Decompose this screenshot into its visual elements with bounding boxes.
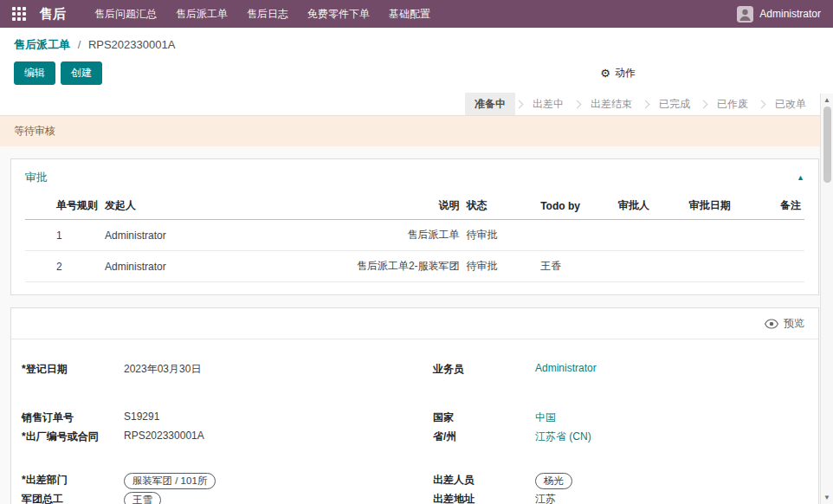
col-status: 状态 xyxy=(463,192,538,220)
col-initiator: 发起人 xyxy=(101,192,301,220)
action-menu[interactable]: ⚙ 动作 xyxy=(600,66,636,81)
content-area: 等待审核 审批 ▲ 单号规则 发起人 说明 状态 Todo by 审批人 审批日… xyxy=(0,116,833,504)
status-amended[interactable]: 已改单 xyxy=(765,93,816,115)
table-row[interactable]: 2 Administrator 售后派工单2-服装军团 待审批 王香 xyxy=(25,251,804,282)
cell-description: 售后派工单 xyxy=(301,220,463,251)
menu-service-log[interactable]: 售后日志 xyxy=(237,0,298,28)
record-form: *登记日期 2023年03月30日 销售订单号 S19291 *出厂编号或合同 … xyxy=(11,339,818,504)
chevron-right-icon xyxy=(758,100,766,108)
field-value: 2023年03月30日 xyxy=(124,362,201,377)
field-label: *登记日期 xyxy=(22,362,124,377)
top-navbar: 售后 售后问题汇总 售后派工单 售后日志 免费零件下单 基础配置 Adminis… xyxy=(0,0,833,28)
cell-status: 待审批 xyxy=(463,220,538,251)
status-on-trip[interactable]: 出差中 xyxy=(523,93,573,115)
status-preparing[interactable]: 准备中 xyxy=(465,93,515,115)
field-label: 业务员 xyxy=(433,362,535,377)
cell-initiator: Administrator xyxy=(101,220,301,251)
chevron-right-icon xyxy=(642,100,650,108)
field-trip-department: *出差部门 服装军团 / 101所 xyxy=(22,473,393,491)
field-label: *出厂编号或合同 xyxy=(22,430,124,444)
field-label: *出差部门 xyxy=(22,473,124,488)
traveler-tag[interactable]: 杨光 xyxy=(535,473,572,489)
field-value: S19291 xyxy=(124,410,159,423)
form-card: 预览 *登记日期 2023年03月30日 销售订单号 S19291 *出厂编号或… xyxy=(10,307,819,504)
status-cancelled[interactable]: 已作废 xyxy=(707,93,758,115)
col-seq-rule: 单号规则 xyxy=(25,192,101,220)
menu-base-config[interactable]: 基础配置 xyxy=(379,0,440,28)
table-row[interactable]: 1 Administrator 售后派工单 待审批 xyxy=(25,220,804,251)
cell-approve-date xyxy=(686,220,764,251)
col-approve-date: 审批日期 xyxy=(686,192,764,220)
app-name[interactable]: 售后 xyxy=(40,6,66,23)
cell-status: 待审批 xyxy=(463,251,538,282)
menu-dispatch-order[interactable]: 售后派工单 xyxy=(166,0,237,28)
scrollbar-thumb[interactable] xyxy=(823,107,831,183)
cell-todo-by: 王香 xyxy=(537,251,615,282)
cell-initiator: Administrator xyxy=(101,251,301,282)
status-trip-ended[interactable]: 出差结束 xyxy=(581,93,642,115)
cell-approver xyxy=(615,220,686,251)
chevron-right-icon xyxy=(515,100,524,108)
field-label: 省/州 xyxy=(433,430,535,444)
field-sale-order-no: 销售订单号 S19291 xyxy=(22,410,393,429)
col-approver: 审批人 xyxy=(615,192,686,220)
field-trip-personnel: 出差人员 杨光 xyxy=(433,473,804,491)
form-left-column: *登记日期 2023年03月30日 销售订单号 S19291 *出厂编号或合同 … xyxy=(22,362,393,504)
table-header-row: 单号规则 发起人 说明 状态 Todo by 审批人 审批日期 备注 xyxy=(25,192,804,220)
field-country: 国家 中国 xyxy=(433,410,804,429)
col-note: 备注 xyxy=(764,192,804,220)
field-trip-address: 出差地址 江苏 xyxy=(433,492,804,504)
field-label: 出差地址 xyxy=(433,492,535,504)
cell-approver xyxy=(615,251,686,282)
field-state: 省/州 江苏省 (CN) xyxy=(433,430,804,448)
field-value: RPS202330001A xyxy=(124,430,204,442)
scroll-up-arrow[interactable]: ▲ xyxy=(823,94,830,107)
menu-issue-summary[interactable]: 售后问题汇总 xyxy=(85,0,166,28)
cell-approve-date xyxy=(686,251,764,282)
control-panel: 编辑 创建 ⚙ 动作 xyxy=(0,55,833,93)
action-menu-label: 动作 xyxy=(615,66,636,81)
pending-approval-banner: 等待审核 xyxy=(0,116,833,146)
department-tag[interactable]: 服装军团 / 101所 xyxy=(124,473,216,489)
approval-table: 单号规则 发起人 说明 状态 Todo by 审批人 审批日期 备注 1 Adm… xyxy=(25,192,804,282)
chevron-right-icon xyxy=(573,100,582,108)
field-label: 出差人员 xyxy=(433,473,535,488)
scroll-down-arrow[interactable]: ▼ xyxy=(823,491,830,504)
status-completed[interactable]: 已完成 xyxy=(649,93,700,115)
form-right-column: 业务员 Administrator 国家 中国 省/州 江苏省 (CN) 出差人… xyxy=(433,362,804,504)
field-registration-date: *登记日期 2023年03月30日 xyxy=(22,362,393,380)
menu-free-parts-order[interactable]: 免费零件下单 xyxy=(298,0,379,28)
col-todo-by: Todo by xyxy=(537,192,615,220)
field-label: 销售订单号 xyxy=(22,410,124,425)
cell-note xyxy=(764,251,804,282)
col-description: 说明 xyxy=(301,192,463,220)
gear-icon: ⚙ xyxy=(600,67,610,80)
breadcrumb-separator: / xyxy=(78,38,81,51)
cell-note xyxy=(764,220,804,251)
apps-grid-icon[interactable] xyxy=(12,7,26,21)
field-salesman: 业务员 Administrator xyxy=(433,362,804,380)
country-link[interactable]: 中国 xyxy=(535,410,556,425)
salesman-link[interactable]: Administrator xyxy=(535,362,597,374)
cell-todo-by xyxy=(537,220,615,251)
breadcrumb-current: RPS202330001A xyxy=(88,38,175,51)
cell-seq-rule: 1 xyxy=(25,220,101,251)
statusbar: 准备中 出差中 出差结束 已完成 已作废 已改单 xyxy=(0,93,833,116)
preview-button[interactable]: 预览 xyxy=(11,308,818,339)
field-value: 江苏 xyxy=(535,492,556,504)
cell-description: 售后派工单2-服装军团 xyxy=(301,251,463,282)
approval-title: 审批 xyxy=(25,170,48,185)
collapse-caret-icon[interactable]: ▲ xyxy=(797,173,804,182)
edit-button[interactable]: 编辑 xyxy=(14,61,55,85)
breadcrumb-parent[interactable]: 售后派工单 xyxy=(14,38,70,51)
banner-text: 等待审核 xyxy=(14,125,55,137)
state-link[interactable]: 江苏省 (CN) xyxy=(535,430,591,444)
user-menu[interactable]: Administrator xyxy=(737,6,824,23)
chief-tag[interactable]: 王雪 xyxy=(124,492,161,504)
create-button[interactable]: 创建 xyxy=(61,61,102,85)
main-menu: 售后问题汇总 售后派工单 售后日志 免费零件下单 基础配置 xyxy=(85,0,440,28)
eye-icon xyxy=(765,319,778,329)
approval-card: 审批 ▲ 单号规则 发起人 说明 状态 Todo by 审批人 审批日期 备注 xyxy=(10,158,819,295)
vertical-scrollbar[interactable]: ▲ ▼ xyxy=(820,94,833,504)
cell-seq-rule: 2 xyxy=(25,251,101,282)
